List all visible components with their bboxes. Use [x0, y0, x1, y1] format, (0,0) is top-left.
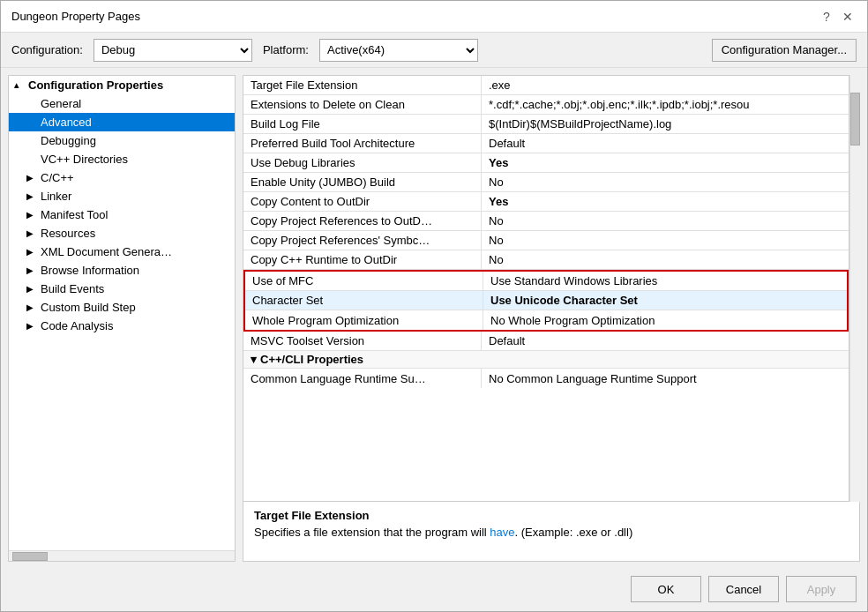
sidebar-item-label: C/C++	[41, 171, 74, 184]
sidebar-item-debugging[interactable]: Debugging	[9, 131, 235, 150]
prop-value[interactable]: $(IntDir)$(MSBuildProjectName).log	[482, 115, 849, 133]
prop-value[interactable]: No Whole Program Optimization	[483, 310, 847, 330]
sidebar-item-resources[interactable]: ▶ Resources	[9, 224, 235, 243]
sidebar-item-custom-build-step[interactable]: ▶ Custom Build Step	[9, 298, 235, 317]
sidebar-item-label: Code Analysis	[41, 319, 113, 332]
prop-name: Copy Project References to OutD…	[243, 212, 482, 230]
prop-name: Preferred Build Tool Architecture	[243, 134, 482, 153]
prop-name: Copy C++ Runtime to OutDir	[243, 250, 482, 269]
title-controls: ? ✕	[818, 8, 857, 26]
sidebar-item-browse-information[interactable]: ▶ Browse Information	[9, 261, 235, 280]
section-collapse-icon: ▾	[251, 353, 257, 366]
prop-name: Target File Extension	[243, 76, 482, 94]
prop-value[interactable]: No Common Language Runtime Support	[482, 369, 849, 388]
table-row: Extensions to Delete on Clean *.cdf;*.ca…	[243, 95, 849, 115]
sidebar-item-label: Advanced	[41, 116, 92, 129]
config-select[interactable]: Debug	[94, 39, 252, 62]
table-row: Common Language Runtime Su… No Common La…	[243, 369, 849, 388]
sidebar-item-label: Manifest Tool	[41, 208, 108, 221]
sidebar-item-vc-directories[interactable]: VC++ Directories	[9, 150, 235, 168]
sidebar-item-general[interactable]: General	[9, 94, 235, 113]
sidebar-item-label: Configuration Properties	[28, 78, 163, 92]
triangle-icon: ▴	[14, 80, 25, 90]
prop-name: Use Debug Libraries	[243, 153, 482, 172]
table-row: MSVC Toolset Version Default	[243, 332, 849, 351]
sidebar-item-advanced[interactable]: Advanced	[9, 113, 235, 131]
prop-value[interactable]: .exe	[482, 76, 849, 94]
sidebar-item-label: XML Document Genera…	[41, 245, 172, 258]
props-container: Target File Extension .exe Extensions to…	[243, 75, 860, 502]
dialog: Dungeon Property Pages ? ✕ Configuration…	[0, 0, 868, 612]
table-row: Copy C++ Runtime to OutDir No	[243, 250, 849, 270]
toolbar: Configuration: Debug Platform: Active(x6…	[1, 33, 867, 68]
sidebar-item-c-cpp[interactable]: ▶ C/C++	[9, 168, 235, 187]
prop-name: MSVC Toolset Version	[243, 332, 482, 350]
prop-name: Use of MFC	[245, 272, 483, 290]
sidebar-item-code-analysis[interactable]: ▶ Code Analysis	[9, 317, 235, 335]
sidebar-item-config-properties[interactable]: ▴ Configuration Properties	[9, 76, 235, 94]
highlight-text: have	[490, 526, 514, 539]
config-manager-button[interactable]: Configuration Manager...	[712, 39, 857, 62]
prop-name: Common Language Runtime Su…	[243, 369, 482, 388]
sidebar: ▴ Configuration Properties General Advan…	[8, 75, 236, 562]
sidebar-item-xml-document[interactable]: ▶ XML Document Genera…	[9, 243, 235, 261]
table-row: Use of MFC Use Standard Windows Librarie…	[245, 272, 847, 291]
close-button[interactable]: ✕	[839, 8, 857, 26]
config-label: Configuration:	[11, 43, 83, 56]
properties-table: Target File Extension .exe Extensions to…	[243, 75, 849, 502]
table-row: Build Log File $(IntDir)$(MSBuildProject…	[243, 115, 849, 134]
platform-label: Platform:	[263, 43, 309, 56]
prop-name: Character Set	[245, 291, 483, 310]
prop-value[interactable]: Yes	[482, 192, 849, 211]
main-content: ▴ Configuration Properties General Advan…	[1, 68, 867, 569]
prop-name: Copy Project References' Symbc…	[243, 231, 482, 250]
table-row: Copy Project References' Symbc… No	[243, 231, 849, 250]
prop-name: Build Log File	[243, 115, 482, 133]
section-header-cpp-cli[interactable]: ▾ C++/CLI Properties	[243, 351, 849, 369]
bottom-buttons: OK Cancel Apply	[1, 569, 867, 611]
description-title: Target File Extension	[254, 509, 849, 522]
description-box: Target File Extension Specifies a file e…	[243, 502, 860, 562]
apply-button[interactable]: Apply	[786, 576, 857, 602]
prop-value[interactable]: Use Standard Windows Libraries	[483, 272, 847, 290]
prop-value[interactable]: Use Unicode Character Set	[483, 291, 847, 310]
ok-button[interactable]: OK	[631, 576, 701, 602]
title-bar: Dungeon Property Pages ? ✕	[1, 1, 867, 33]
help-button[interactable]: ?	[818, 8, 835, 26]
prop-value[interactable]: No	[482, 212, 849, 230]
sidebar-item-linker[interactable]: ▶ Linker	[9, 187, 235, 205]
sidebar-item-label: VC++ Directories	[41, 153, 128, 166]
description-text: Specifies a file extension that the prog…	[254, 526, 849, 539]
sidebar-item-label: Linker	[41, 190, 71, 203]
sidebar-item-label: Build Events	[41, 282, 104, 295]
prop-value[interactable]: Default	[482, 332, 849, 350]
sidebar-item-manifest-tool[interactable]: ▶ Manifest Tool	[9, 205, 235, 224]
prop-value[interactable]: No	[482, 173, 849, 191]
sidebar-item-label: Custom Build Step	[41, 301, 136, 314]
table-row: Enable Unity (JUMBO) Build No	[243, 173, 849, 192]
cancel-button[interactable]: Cancel	[708, 576, 779, 602]
table-row: Target File Extension .exe	[243, 76, 849, 95]
sidebar-item-build-events[interactable]: ▶ Build Events	[9, 280, 235, 298]
sidebar-item-label: Browse Information	[41, 264, 139, 277]
prop-name: Extensions to Delete on Clean	[243, 95, 482, 114]
table-row: Copy Project References to OutD… No	[243, 212, 849, 231]
sidebar-scrollbar[interactable]	[9, 550, 235, 561]
prop-value[interactable]: Default	[482, 134, 849, 153]
scrollbar-thumb[interactable]	[850, 93, 860, 146]
sidebar-item-label: Debugging	[41, 134, 96, 147]
platform-select[interactable]: Active(x64)	[319, 39, 478, 62]
vertical-scrollbar[interactable]	[849, 75, 860, 502]
sidebar-item-label: Resources	[41, 227, 95, 240]
prop-name: Copy Content to OutDir	[243, 192, 482, 211]
prop-value[interactable]: No	[482, 231, 849, 250]
prop-value[interactable]: *.cdf;*.cache;*.obj;*.obj.enc;*.ilk;*.ip…	[482, 95, 849, 114]
prop-value[interactable]: No	[482, 250, 849, 269]
table-row: Preferred Build Tool Architecture Defaul…	[243, 134, 849, 153]
table-row[interactable]: Character Set Use Unicode Character Set	[245, 291, 847, 310]
sidebar-item-label: General	[41, 97, 81, 110]
sidebar-scrollbar-thumb[interactable]	[12, 552, 48, 561]
prop-value[interactable]: Yes	[482, 153, 849, 172]
prop-name: Enable Unity (JUMBO) Build	[243, 173, 482, 191]
table-row: Copy Content to OutDir Yes	[243, 192, 849, 212]
